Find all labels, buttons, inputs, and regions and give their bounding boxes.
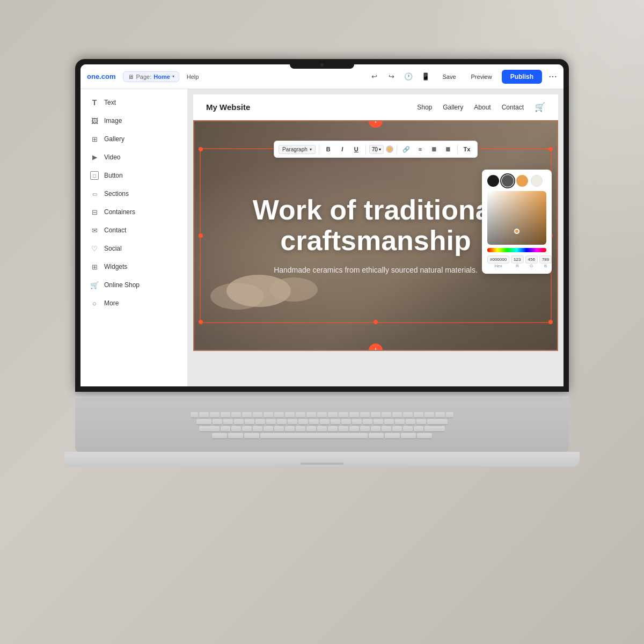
color-cursor [514, 229, 519, 234]
bold-button[interactable]: B [323, 143, 334, 155]
bowl-shape-3 [210, 283, 264, 310]
sidebar-label-more: More [104, 299, 119, 307]
page-icon: 🖥 [128, 74, 134, 80]
website-preview: My Website Shop Gallery About Contact 🛒 [193, 94, 558, 351]
laptop-hinge [75, 392, 569, 398]
spacebar-row [212, 433, 432, 438]
more-icon: ○ [90, 299, 99, 308]
sidebar-label-button: Button [104, 172, 123, 179]
sidebar-item-sections[interactable]: ▭ Sections [80, 185, 187, 203]
link-button[interactable]: 🔗 [400, 143, 412, 155]
browser-content: one.com 🖥 Page: Home ▾ Help ↩ ↪ 🕐 📱 [80, 64, 564, 386]
redo-button[interactable]: ↪ [384, 70, 398, 84]
containers-icon: ⊟ [90, 208, 99, 216]
font-size-value: 70 [372, 147, 378, 152]
sidebar-label-text: Text [104, 99, 116, 106]
swatch-orange[interactable] [516, 175, 528, 187]
sidebar-label-containers: Containers [104, 208, 135, 216]
sidebar-item-social[interactable]: ♡ Social [80, 239, 187, 258]
nav-link-contact[interactable]: Contact [502, 104, 524, 111]
main-area: T Text 🖼 Image ⊞ Gallery ▶ [80, 89, 564, 386]
b-input[interactable]: 789 [539, 255, 552, 264]
page-label: Page: [136, 74, 151, 80]
sidebar-item-image[interactable]: 🖼 Image [80, 112, 187, 130]
color-button[interactable] [386, 145, 393, 153]
widgets-icon: ⊞ [90, 262, 99, 271]
ordered-list-button[interactable]: ≣ [428, 143, 440, 155]
separator-3 [397, 144, 397, 154]
canvas-area: My Website Shop Gallery About Contact 🛒 [188, 89, 564, 386]
sidebar-label-contact: Contact [104, 226, 126, 234]
b-label: B [539, 264, 552, 268]
sidebar-item-text[interactable]: T Text [80, 93, 187, 112]
website-title: My Website [206, 103, 250, 112]
laptop-keyboard [75, 398, 569, 452]
laptop-base-bottom [64, 452, 580, 467]
publish-button[interactable]: Publish [502, 70, 542, 84]
g-label: G [525, 264, 538, 268]
align-button[interactable]: ≡ [414, 143, 426, 155]
help-button[interactable]: Help [184, 72, 202, 82]
sections-icon: ▭ [90, 189, 99, 198]
nav-link-about[interactable]: About [474, 104, 491, 111]
page-name: Home [153, 74, 170, 80]
color-inputs: #000000 Hex 123 R 456 [487, 255, 546, 268]
r-input[interactable]: 123 [511, 255, 523, 264]
sidebar: T Text 🖼 Image ⊞ Gallery ▶ [80, 89, 188, 386]
g-input[interactable]: 456 [525, 255, 538, 264]
nav-link-gallery[interactable]: Gallery [443, 104, 463, 111]
screen-bezel: one.com 🖥 Page: Home ▾ Help ↩ ↪ 🕐 📱 [80, 64, 564, 386]
nav-link-shop[interactable]: Shop [417, 104, 432, 111]
logo: one.com [87, 72, 115, 80]
paragraph-select[interactable]: Paragraph ▾ [279, 145, 316, 154]
sidebar-item-video[interactable]: ▶ Video [80, 148, 187, 166]
more-text-button[interactable]: Tx [461, 143, 473, 155]
sidebar-item-more[interactable]: ○ More [80, 294, 187, 312]
sidebar-label-image: Image [104, 117, 122, 125]
toolbar-icons: ↩ ↪ 🕐 📱 [367, 70, 433, 84]
sidebar-label-video: Video [104, 153, 120, 161]
sidebar-label-social: Social [104, 245, 122, 252]
color-swatches [487, 175, 546, 187]
color-gradient-picker[interactable] [487, 191, 546, 245]
swatch-black[interactable] [487, 175, 499, 187]
bowl-shape-2 [269, 277, 318, 302]
undo-button[interactable]: ↩ [367, 70, 381, 84]
font-size-control[interactable]: 70 ▾ [369, 145, 384, 154]
website-navbar: My Website Shop Gallery About Contact 🛒 [193, 94, 558, 120]
preview-button[interactable]: Preview [466, 71, 497, 82]
shop-icon: 🛒 [90, 281, 99, 289]
cart-icon[interactable]: 🛒 [535, 102, 545, 112]
contact-icon: ✉ [90, 226, 99, 235]
website-nav-links: Shop Gallery About Contact 🛒 [417, 102, 545, 112]
swatch-light[interactable] [531, 175, 543, 187]
sidebar-label-widgets: Widgets [104, 263, 127, 270]
font-size-chevron: ▾ [379, 147, 381, 152]
r-label: R [511, 264, 523, 268]
history-button[interactable]: 🕐 [401, 70, 415, 84]
sidebar-item-button[interactable]: □ Button [80, 166, 187, 185]
trackpad-notch [301, 463, 343, 465]
hue-slider[interactable] [487, 248, 546, 252]
sidebar-item-gallery[interactable]: ⊞ Gallery [80, 130, 187, 148]
laptop-base [64, 392, 580, 467]
sidebar-item-contact[interactable]: ✉ Contact [80, 221, 187, 239]
menu-button[interactable]: ⋯ [548, 71, 557, 82]
sidebar-item-containers[interactable]: ⊟ Containers [80, 203, 187, 221]
hex-input[interactable]: #000000 [487, 255, 509, 264]
sidebar-label-gallery: Gallery [104, 135, 125, 143]
page-selector[interactable]: 🖥 Page: Home ▾ [123, 71, 179, 82]
italic-button[interactable]: I [336, 143, 348, 155]
sidebar-item-widgets[interactable]: ⊞ Widgets [80, 258, 187, 276]
unordered-list-button[interactable]: ≣ [442, 143, 454, 155]
paragraph-label: Paragraph [282, 147, 308, 152]
sidebar-item-online-shop[interactable]: 🛒 Online Shop [80, 276, 187, 294]
swatch-dark-gray[interactable] [502, 175, 514, 187]
key-row-2 [196, 419, 448, 425]
save-button[interactable]: Save [437, 71, 461, 82]
underline-button[interactable]: U [350, 143, 362, 155]
mobile-view-button[interactable]: 📱 [419, 70, 433, 84]
text-icon: T [90, 98, 99, 107]
chevron-down-icon: ▾ [172, 74, 174, 79]
hex-label: Hex [487, 264, 509, 268]
